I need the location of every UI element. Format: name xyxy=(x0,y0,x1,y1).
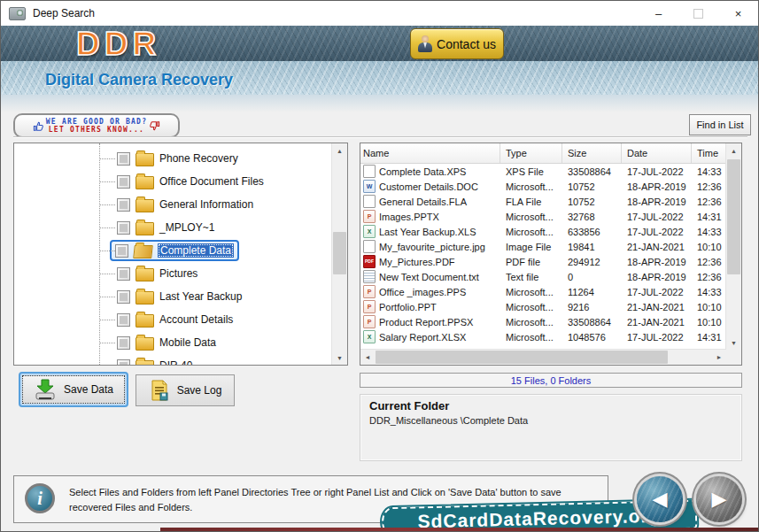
save-log-button[interactable]: Save Log xyxy=(136,374,235,406)
column-header-date[interactable]: Date xyxy=(622,143,692,163)
tree-item[interactable]: DIR 40 xyxy=(117,354,332,365)
forward-arrow-icon: ▶ xyxy=(712,490,727,509)
file-list-header: NameTypeSizeDateTime xyxy=(360,143,726,164)
tree-checkbox[interactable] xyxy=(117,198,130,212)
tree-item-label: Account Details xyxy=(159,313,233,326)
scroll-right-icon[interactable]: ► xyxy=(712,350,726,365)
file-row[interactable]: My_favourite_picture.jpgImage File198412… xyxy=(360,239,726,254)
file-name-cell: PDFMy_Pictures.PDF xyxy=(360,255,500,268)
tree-checkbox[interactable] xyxy=(117,336,130,350)
file-size-cell: 1048576 xyxy=(562,332,622,343)
tree-item[interactable]: _MPLOY~1 xyxy=(117,216,332,239)
tree-checkbox[interactable] xyxy=(117,290,130,304)
window-title: Deep Search xyxy=(33,7,95,19)
scroll-left-icon[interactable]: ◄ xyxy=(360,350,375,365)
tree-checkbox[interactable] xyxy=(117,175,130,189)
save-data-button[interactable]: Save Data xyxy=(19,372,128,407)
word-file-icon: W xyxy=(363,180,376,193)
tree-item[interactable]: Mobile Data xyxy=(117,331,332,354)
folder-icon xyxy=(136,337,154,351)
file-row[interactable]: Complete Data.XPSXPS File3350886417-JUL-… xyxy=(360,164,726,179)
maximize-button[interactable] xyxy=(678,1,718,26)
file-time-cell: 14:33 xyxy=(692,287,726,297)
tree-item-label: Office Document Files xyxy=(159,175,264,188)
list-vertical-scrollbar[interactable]: ▲ ▼ xyxy=(725,143,741,350)
file-row[interactable]: PImages.PPTXMicrosoft...3276817-JUL-2022… xyxy=(360,209,726,224)
tree-rows: Phone RecoveryOffice Document FilesGener… xyxy=(14,143,332,365)
close-button[interactable]: × xyxy=(718,1,758,26)
minimize-button[interactable]: – xyxy=(639,1,678,26)
scroll-up-icon[interactable]: ▲ xyxy=(726,143,741,158)
file-time-cell: 12:36 xyxy=(692,197,726,207)
tree-item[interactable]: Pictures xyxy=(117,262,332,285)
file-row[interactable]: General Details.FLAFLA File1075218-APR-2… xyxy=(360,194,726,209)
file-row[interactable]: XLast Year Backup.XLSMicrosoft...6338561… xyxy=(360,224,726,239)
file-size-cell: 10752 xyxy=(562,197,622,207)
file-row[interactable]: New Text Document.txtText file018-APR-20… xyxy=(360,269,726,284)
file-name-text: Product Report.PPSX xyxy=(379,317,473,328)
scrollbar-thumb[interactable] xyxy=(333,232,346,274)
feedback-badge[interactable]: WE ARE GOOD OR BAD? LET OTHERS KNOW... xyxy=(13,113,180,138)
file-date-cell: 21-JAN-2021 xyxy=(622,242,692,252)
file-time-cell: 12:36 xyxy=(692,257,726,267)
file-size-cell: 11264 xyxy=(562,287,622,297)
save-data-label: Save Data xyxy=(64,383,113,396)
column-header-size[interactable]: Size xyxy=(562,143,622,163)
column-header-name[interactable]: Name xyxy=(360,143,500,163)
file-row[interactable]: PDFMy_Pictures.PDFPDF file29491218-APR-2… xyxy=(360,254,726,269)
forward-button[interactable]: ▶ xyxy=(696,476,742,522)
tree-checkbox[interactable] xyxy=(117,359,130,366)
column-header-time[interactable]: Time xyxy=(692,143,726,163)
back-button[interactable]: ◀ xyxy=(637,476,683,522)
file-name-cell: Complete Data.XPS xyxy=(360,165,500,178)
tree-checkbox[interactable] xyxy=(117,313,130,327)
tree-item[interactable]: General Information xyxy=(117,193,332,216)
file-type-cell: XPS File xyxy=(500,166,562,177)
tree-checkbox[interactable] xyxy=(117,152,130,166)
file-name-text: New Text Document.txt xyxy=(379,272,479,282)
directories-tree: Phone RecoveryOffice Document FilesGener… xyxy=(13,143,348,366)
tree-item[interactable]: Last Year Backup xyxy=(117,285,332,308)
scrollbar-thumb[interactable] xyxy=(376,351,668,364)
tree-item[interactable]: Phone Recovery xyxy=(117,147,332,170)
file-name-cell: New Text Document.txt xyxy=(360,270,500,283)
tree-item[interactable]: Complete Data xyxy=(117,239,332,262)
tree-checkbox[interactable] xyxy=(117,267,130,281)
file-row[interactable]: PProduct Report.PPSXMicrosoft...33508864… xyxy=(360,314,726,329)
file-name-text: Office _images.PPS xyxy=(379,287,466,297)
app-window: Deep Search – × DDR Contact us Digital C… xyxy=(0,0,759,532)
file-type-cell: Text file xyxy=(500,272,562,282)
scrollbar-corner xyxy=(726,350,741,365)
page-title: Digital Camera Recovery xyxy=(45,71,233,89)
tree-vertical-scrollbar[interactable]: ▲ ▼ xyxy=(331,143,347,365)
file-name-cell: My_favourite_picture.jpg xyxy=(360,240,500,253)
file-size-cell: 32768 xyxy=(562,212,622,222)
file-row[interactable]: WCustomer Details.DOCMicrosoft...1075218… xyxy=(360,179,726,194)
file-type-cell: Microsoft... xyxy=(500,227,562,237)
scroll-down-icon[interactable]: ▼ xyxy=(332,351,347,365)
file-type-cell: PDF file xyxy=(500,257,562,267)
powerpoint-file-icon: P xyxy=(363,300,376,313)
tree-item[interactable]: Account Details xyxy=(117,308,332,331)
list-horizontal-scrollbar[interactable]: ◄ ► xyxy=(360,349,726,365)
folder-icon xyxy=(136,291,154,305)
column-header-type[interactable]: Type xyxy=(500,143,562,163)
file-date-cell: 18-APR-2019 xyxy=(622,181,692,192)
file-row[interactable]: POffice _images.PPSMicrosoft...1126417-J… xyxy=(360,284,726,299)
scroll-down-icon[interactable]: ▼ xyxy=(726,335,741,350)
find-in-list-button[interactable]: Find in List xyxy=(689,114,751,135)
contact-us-button[interactable]: Contact us xyxy=(410,28,504,59)
file-row[interactable]: PPortfolio.PPTMicrosoft...921621-JAN-202… xyxy=(360,299,726,314)
scroll-up-icon[interactable]: ▲ xyxy=(332,143,347,158)
folder-icon xyxy=(136,360,154,365)
divider xyxy=(13,136,747,138)
tree-checkbox[interactable] xyxy=(117,221,130,235)
file-row[interactable]: XSalary Report.XLSXMicrosoft...104857617… xyxy=(360,329,726,344)
camera-app-icon xyxy=(9,7,26,20)
scrollbar-thumb[interactable] xyxy=(727,159,740,274)
tree-checkbox[interactable] xyxy=(115,244,128,258)
info-icon: i xyxy=(25,483,55,513)
file-list-panel: NameTypeSizeDateTime Complete Data.XPSXP… xyxy=(360,143,742,366)
pdf-file-icon: PDF xyxy=(363,255,376,268)
tree-item[interactable]: Office Document Files xyxy=(117,170,332,193)
